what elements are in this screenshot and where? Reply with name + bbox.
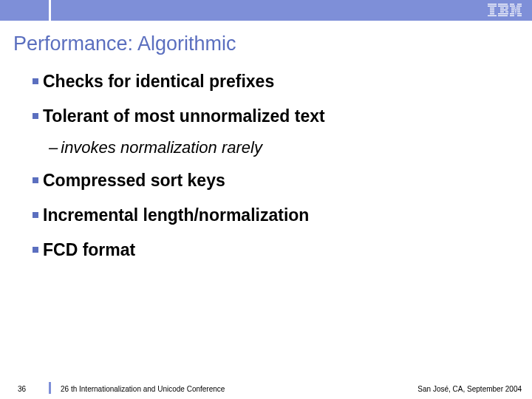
footer-conference: 26 th Internationalization and Unicode C… <box>61 385 225 393</box>
svg-rect-33 <box>517 16 522 16</box>
svg-rect-22 <box>516 7 521 8</box>
bullet-item: Tolerant of most unnormalized text <box>33 106 532 126</box>
bullet-text: Incremental length/normalization <box>43 205 309 225</box>
svg-rect-14 <box>505 11 508 12</box>
footer: 36 26 th Internationalization and Unicod… <box>0 381 532 399</box>
svg-rect-9 <box>498 6 508 7</box>
bullet-item: Compressed sort keys <box>33 171 532 191</box>
svg-rect-21 <box>511 7 516 8</box>
svg-rect-6 <box>488 16 497 16</box>
svg-rect-0 <box>488 4 497 4</box>
svg-rect-17 <box>510 4 514 4</box>
square-bullet-icon <box>33 247 38 253</box>
bullet-item: Checks for identical prefixes <box>33 72 532 92</box>
svg-rect-1 <box>488 6 497 7</box>
svg-rect-26 <box>511 11 514 12</box>
ibm-logo-icon <box>488 4 522 17</box>
bullet-text: Checks for identical prefixes <box>43 72 274 92</box>
svg-rect-32 <box>510 16 514 16</box>
sub-bullet-item: – invokes normalization rarely <box>49 138 532 157</box>
content-area: Checks for identical prefixes Tolerant o… <box>0 55 532 260</box>
svg-rect-8 <box>498 4 508 4</box>
svg-rect-4 <box>490 11 494 12</box>
bullet-item: Incremental length/normalization <box>33 205 532 225</box>
header-bar <box>0 0 532 21</box>
svg-rect-12 <box>500 10 508 10</box>
square-bullet-icon <box>33 212 38 218</box>
svg-rect-5 <box>490 13 494 14</box>
svg-rect-25 <box>517 10 520 10</box>
svg-rect-16 <box>498 16 508 16</box>
svg-rect-2 <box>490 7 494 8</box>
svg-rect-13 <box>500 11 504 12</box>
svg-rect-31 <box>517 13 522 14</box>
bullet-text: FCD format <box>43 240 135 260</box>
svg-rect-18 <box>517 4 522 4</box>
bullet-text: Tolerant of most unnormalized text <box>43 106 325 126</box>
svg-rect-10 <box>500 7 504 8</box>
header-divider <box>49 0 51 21</box>
page-number: 36 <box>18 385 26 393</box>
svg-rect-30 <box>516 13 516 14</box>
square-bullet-icon <box>33 113 38 119</box>
svg-rect-20 <box>516 6 522 7</box>
svg-rect-15 <box>498 13 508 14</box>
svg-rect-27 <box>515 11 516 12</box>
square-bullet-icon <box>33 177 38 183</box>
bullet-text: Compressed sort keys <box>43 171 225 191</box>
footer-location-date: San José, CA, September 2004 <box>417 385 522 393</box>
sub-bullet-text: invokes normalization rarely <box>61 138 262 157</box>
svg-rect-19 <box>510 6 515 7</box>
svg-rect-24 <box>515 10 517 10</box>
square-bullet-icon <box>33 78 38 84</box>
footer-divider <box>49 382 51 394</box>
svg-rect-3 <box>490 10 494 10</box>
svg-rect-23 <box>511 10 514 10</box>
svg-rect-11 <box>505 7 508 8</box>
dash-icon: – <box>49 138 58 157</box>
slide-title: Performance: Algorithmic <box>0 21 532 55</box>
svg-rect-28 <box>517 11 520 12</box>
bullet-item: FCD format <box>33 240 532 260</box>
svg-rect-29 <box>510 13 514 14</box>
